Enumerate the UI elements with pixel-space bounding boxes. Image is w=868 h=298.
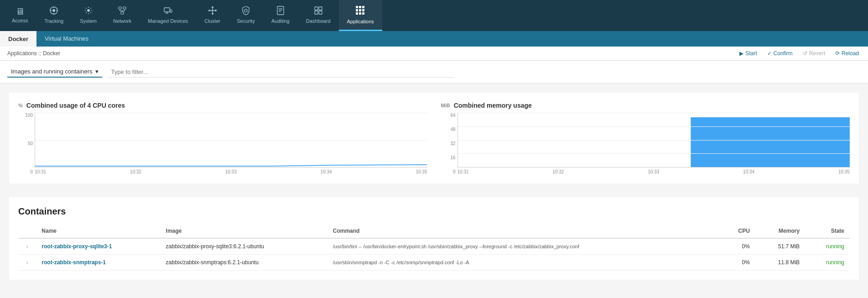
- nav-item-auditing[interactable]: Auditing: [263, 0, 298, 31]
- nav-item-cluster[interactable]: Cluster: [196, 0, 229, 31]
- svg-point-6: [87, 9, 90, 12]
- nav-item-tracking[interactable]: Tracking: [36, 0, 72, 31]
- revert-icon: ↺: [803, 50, 807, 57]
- svg-rect-44: [356, 12, 358, 15]
- cpu-chart-y-labels: 100 50 0: [20, 113, 33, 174]
- svg-rect-43: [362, 9, 364, 11]
- nav-label-managed-devices: Managed Devices: [148, 18, 188, 24]
- filter-bar: Images and running containers ▾: [0, 61, 868, 84]
- nav-item-dashboard[interactable]: Dashboard: [298, 0, 339, 31]
- memory-chart-wrapper: 64 48 32 16 0: [457, 113, 850, 174]
- svg-rect-41: [356, 9, 358, 11]
- applications-icon: [355, 5, 365, 17]
- cpu-chart-unit: %: [18, 103, 23, 108]
- col-header-command: Command: [327, 224, 721, 238]
- breadcrumb: Applications :: Docker: [7, 50, 60, 57]
- svg-rect-17: [170, 10, 172, 12]
- reload-icon: ⟳: [835, 50, 840, 57]
- auditing-icon: [276, 6, 285, 16]
- memory-chart-area: [457, 113, 850, 167]
- svg-rect-34: [315, 7, 318, 10]
- expand-btn[interactable]: ›: [24, 259, 31, 266]
- svg-rect-14: [164, 8, 170, 12]
- nav-label-security: Security: [237, 18, 255, 24]
- revert-button[interactable]: ↺ Revert: [801, 49, 827, 58]
- memory-grid-lines: [458, 113, 850, 167]
- col-image: zabbix/zabbix-snmptraps:6.2.1-ubuntu: [161, 255, 327, 271]
- svg-point-19: [212, 10, 213, 11]
- svg-rect-8: [123, 7, 126, 9]
- svg-rect-36: [315, 11, 318, 14]
- filter-input[interactable]: [108, 67, 454, 78]
- svg-rect-38: [356, 6, 358, 8]
- nav-label-network: Network: [113, 18, 131, 24]
- svg-rect-28: [244, 10, 247, 12]
- grid-line: [35, 113, 427, 113]
- nav-item-system[interactable]: System: [72, 0, 105, 31]
- nav-label-dashboard: Dashboard: [306, 18, 331, 24]
- table-row: › root-zabbix-snmptraps-1 zabbix/zabbix-…: [18, 255, 850, 271]
- col-memory: 51.7 MiB: [755, 238, 805, 255]
- nav-label-access: Access: [12, 18, 28, 23]
- nav-label-auditing: Auditing: [271, 18, 290, 24]
- col-header-name: Name: [36, 224, 160, 238]
- breadcrumb-actions: ▶ Start ✓ Confirm ↺ Revert ⟳ Reload: [738, 49, 861, 58]
- memory-chart-y-labels: 64 48 32 16 0: [443, 113, 456, 174]
- network-icon: [118, 6, 127, 16]
- svg-rect-30: [277, 6, 284, 15]
- expand-btn[interactable]: ›: [24, 243, 31, 250]
- grid-line: [458, 126, 850, 127]
- nav-label-applications: Applications: [347, 19, 374, 24]
- cpu-chart-wrapper: 100 50 0 10:31 10:32: [35, 113, 427, 174]
- cpu-chart: % Combined usage of 4 CPU cores 100 50 0: [18, 102, 427, 174]
- svg-rect-42: [359, 9, 361, 11]
- grid-line: [458, 140, 850, 141]
- top-nav: 🖥 Access Tracking System Network Managed…: [0, 0, 868, 31]
- col-state: running: [805, 238, 850, 255]
- main-content: % Combined usage of 4 CPU cores 100 50 0: [0, 84, 868, 289]
- breadcrumb-bar: Applications :: Docker ▶ Start ✓ Confirm…: [0, 47, 868, 61]
- cpu-chart-area: [35, 113, 427, 167]
- col-cpu: 0%: [721, 238, 755, 255]
- col-header-cpu: CPU: [721, 224, 755, 238]
- svg-point-1: [52, 9, 55, 12]
- grid-line: [458, 113, 850, 113]
- system-icon: [84, 6, 93, 16]
- memory-chart-title: Combined memory usage: [454, 102, 532, 109]
- start-button[interactable]: ▶ Start: [738, 49, 759, 58]
- nav-item-applications[interactable]: Applications: [339, 0, 382, 31]
- confirm-button[interactable]: ✓ Confirm: [765, 49, 795, 58]
- cpu-x-labels: 10:31 10:32 10:33 10:34 10:35: [35, 169, 427, 174]
- security-icon: [242, 6, 250, 16]
- managed-devices-icon: [163, 6, 172, 16]
- nav-item-access[interactable]: 🖥 Access: [4, 0, 36, 31]
- subtab-virtual-machines[interactable]: Virtual Machines: [36, 31, 97, 47]
- svg-point-23: [215, 10, 217, 11]
- col-header-memory: Memory: [755, 224, 805, 238]
- confirm-icon: ✓: [767, 50, 772, 57]
- containers-title: Containers: [18, 206, 850, 217]
- nav-item-security[interactable]: Security: [229, 0, 263, 31]
- svg-rect-35: [319, 7, 322, 10]
- reload-button[interactable]: ⟳ Reload: [833, 49, 861, 58]
- nav-item-managed-devices[interactable]: Managed Devices: [140, 0, 196, 31]
- svg-point-20: [212, 6, 213, 8]
- subtab-docker[interactable]: Docker: [0, 31, 36, 47]
- svg-rect-45: [359, 12, 361, 15]
- cluster-icon: [208, 6, 217, 16]
- sub-nav: Docker Virtual Machines: [0, 31, 868, 47]
- col-command: /usr/bin/tini -- /usr/bin/docker-entrypo…: [327, 238, 721, 255]
- nav-item-network[interactable]: Network: [105, 0, 140, 31]
- table-header: Name Image Command CPU Memory State: [18, 224, 850, 238]
- col-header-image: Image: [161, 224, 327, 238]
- col-header-expand: [18, 224, 36, 238]
- col-name: root-zabbix-snmptraps-1: [36, 255, 160, 271]
- containers-tbody: › root-zabbix-proxy-sqlite3-1 zabbix/zab…: [18, 238, 850, 271]
- nav-label-system: System: [80, 18, 97, 24]
- cpu-chart-title: Combined usage of 4 CPU cores: [26, 102, 125, 109]
- col-memory: 11.8 MiB: [755, 255, 805, 271]
- col-name: root-zabbix-proxy-sqlite3-1: [36, 238, 160, 255]
- chevron-down-icon: ▾: [95, 68, 99, 75]
- filter-dropdown[interactable]: Images and running containers ▾: [7, 66, 102, 78]
- nav-label-tracking: Tracking: [44, 18, 63, 24]
